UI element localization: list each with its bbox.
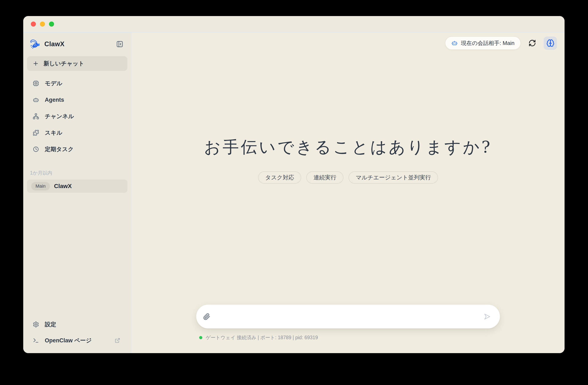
history-item-title: ClawX xyxy=(54,183,72,190)
brain-icon xyxy=(546,39,554,47)
sidebar: ClawX 新しいチャット xyxy=(23,33,132,353)
current-conversation-label: 現在の会話相手: Main xyxy=(461,40,514,47)
zoom-window-button[interactable] xyxy=(49,21,54,27)
send-button[interactable] xyxy=(482,311,493,322)
message-input[interactable] xyxy=(213,304,482,328)
minimize-window-button[interactable] xyxy=(40,21,45,27)
suggestion-pill-multiagent[interactable]: マルチエージェント並列実行 xyxy=(349,171,438,184)
app-title: ClawX xyxy=(44,40,65,48)
main-area: 現在の会話相手: Main xyxy=(132,33,565,353)
header-actions: 現在の会話相手: Main xyxy=(445,36,557,50)
plus-icon xyxy=(33,60,39,67)
sidebar-item-scheduled-tasks[interactable]: 定期タスク xyxy=(27,141,127,158)
greeting-heading: お手伝いできることはありますか? xyxy=(132,136,565,158)
robot-icon xyxy=(33,97,39,103)
attach-button[interactable] xyxy=(201,311,213,323)
puzzle-icon xyxy=(33,130,39,136)
sidebar-item-label: チャンネル xyxy=(45,113,74,120)
sidebar-item-label: モデル xyxy=(45,80,62,87)
suggestion-pills: タスク対応 連続実行 マルチエージェント並列実行 xyxy=(132,171,565,184)
sidebar-collapse-button[interactable] xyxy=(116,40,124,48)
gateway-status-bar: ゲートウェイ 接続済み | ポート: 18789 | pid: 69319 xyxy=(196,334,500,341)
suggestion-pill-continuous[interactable]: 連続実行 xyxy=(306,171,343,184)
sidebar-item-label: 定期タスク xyxy=(45,145,74,153)
chip-icon xyxy=(33,80,39,86)
paperclip-icon xyxy=(203,313,210,320)
external-link-icon xyxy=(115,338,120,343)
lobster-logo-icon xyxy=(29,38,42,50)
refresh-button[interactable] xyxy=(527,38,537,48)
send-icon xyxy=(483,313,491,320)
history-item-badge: Main xyxy=(31,182,50,190)
sidebar-item-label: 設定 xyxy=(45,321,56,328)
sidebar-item-label: スキル xyxy=(45,129,62,137)
refresh-icon xyxy=(528,39,536,47)
titlebar xyxy=(23,16,565,33)
close-window-button[interactable] xyxy=(31,21,36,27)
status-connected-dot xyxy=(199,336,202,339)
sidebar-item-models[interactable]: モデル xyxy=(27,75,127,92)
history-section-label: 1か月以内 xyxy=(30,170,127,176)
sidebar-item-agents[interactable]: Agents xyxy=(27,92,127,108)
window-controls xyxy=(31,21,54,27)
sidebar-nav: モデル Agents xyxy=(27,75,127,158)
sidebar-item-label: Agents xyxy=(45,97,64,103)
composer xyxy=(196,304,500,328)
sidebar-spacer xyxy=(27,193,127,316)
clock-icon xyxy=(33,146,39,152)
gear-icon xyxy=(33,321,39,328)
terminal-icon xyxy=(33,337,39,344)
sidebar-header: ClawX xyxy=(27,37,127,51)
screen: ClawX 新しいチャット xyxy=(0,0,588,385)
sidebar-item-openclaw-page[interactable]: OpenClaw ページ xyxy=(27,332,127,348)
window-body: ClawX 新しいチャット xyxy=(23,33,565,353)
sidebar-item-settings[interactable]: 設定 xyxy=(27,316,127,332)
composer-area: ゲートウェイ 接続済み | ポート: 18789 | pid: 69319 xyxy=(196,304,500,341)
suggestion-pill-task[interactable]: タスク対応 xyxy=(258,171,301,184)
new-chat-label: 新しいチャット xyxy=(43,60,84,67)
sidebar-item-label: OpenClaw ページ xyxy=(45,337,92,344)
robot-icon xyxy=(451,40,458,46)
current-conversation-pill[interactable]: 現在の会話相手: Main xyxy=(445,36,521,50)
network-icon xyxy=(33,113,39,120)
app-window: ClawX 新しいチャット xyxy=(23,16,565,353)
sidebar-item-skills[interactable]: スキル xyxy=(27,124,127,141)
gateway-status-text: ゲートウェイ 接続済み | ポート: 18789 | pid: 69319 xyxy=(206,334,318,341)
brain-mode-button[interactable] xyxy=(544,37,557,50)
new-chat-button[interactable]: 新しいチャット xyxy=(27,56,127,71)
sidebar-item-channels[interactable]: チャンネル xyxy=(27,108,127,124)
panel-collapse-icon xyxy=(116,41,123,48)
history-item-main-clawx[interactable]: Main ClawX xyxy=(27,180,127,193)
